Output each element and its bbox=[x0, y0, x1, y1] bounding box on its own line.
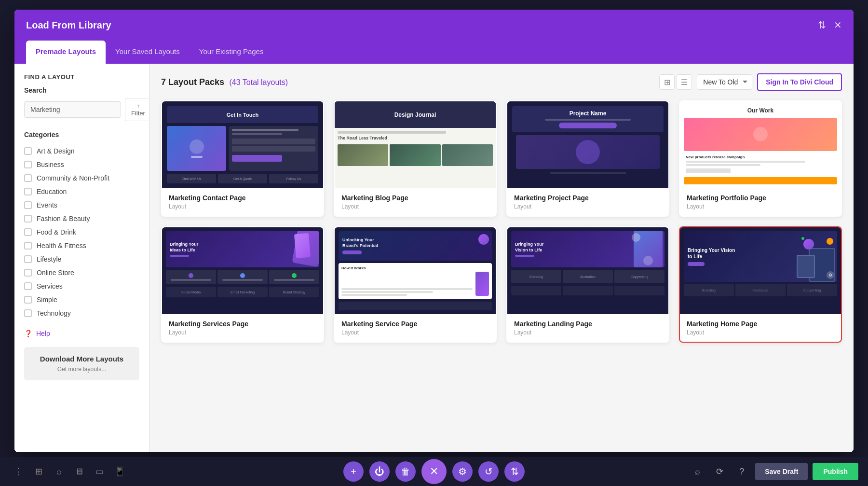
tab-premade[interactable]: Premade Layouts bbox=[26, 41, 106, 64]
search-toolbar-icon-btn[interactable]: ⌕ bbox=[50, 463, 68, 480]
search-input[interactable] bbox=[24, 101, 121, 118]
category-checkbox-services bbox=[24, 282, 32, 290]
category-lifestyle[interactable]: Lifestyle bbox=[24, 252, 139, 266]
card-portfolio[interactable]: Our Work New products release campaign bbox=[679, 100, 842, 217]
list-view-btn[interactable]: ☰ bbox=[677, 74, 692, 90]
settings-btn[interactable]: ⚙ bbox=[452, 461, 473, 482]
card-type-portfolio: Layout bbox=[687, 203, 834, 210]
layouts-grid: Get In Touch bbox=[161, 100, 842, 343]
modal-body: Find A Layout Search + Filter Categories… bbox=[14, 64, 854, 452]
tab-existing[interactable]: Your Existing Pages bbox=[190, 41, 273, 64]
category-simple[interactable]: Simple bbox=[24, 293, 139, 306]
category-food[interactable]: Food & Drink bbox=[24, 225, 139, 239]
category-online-store[interactable]: Online Store bbox=[24, 266, 139, 279]
card-type-service: Layout bbox=[341, 329, 489, 336]
modal-title: Load From Library bbox=[26, 20, 111, 31]
card-info-blog: Marketing Blog Page Layout bbox=[335, 188, 496, 216]
save-draft-button[interactable]: Save Draft bbox=[755, 463, 808, 480]
card-preview-contact: Get In Touch bbox=[162, 101, 323, 188]
card-name-project: Marketing Project Page bbox=[514, 194, 662, 202]
card-info-portfolio: Marketing Portfolio Page Layout bbox=[680, 188, 841, 216]
sidebar: Find A Layout Search + Filter Categories… bbox=[14, 64, 149, 452]
card-blog[interactable]: Design Journal The Road Less Traveled bbox=[334, 100, 497, 217]
category-checkbox-fashion bbox=[24, 215, 32, 222]
layout-packs-count: 7 Layout Packs bbox=[161, 77, 224, 87]
category-label-events: Events bbox=[37, 201, 57, 209]
modal-options-btn[interactable]: ⇅ bbox=[818, 19, 826, 31]
card-service[interactable]: Unlocking YourBrand's Potential How It W… bbox=[334, 226, 497, 343]
resize-btn[interactable]: ⇅ bbox=[504, 461, 525, 482]
tab-saved[interactable]: Your Saved Layouts bbox=[106, 41, 190, 64]
grid-icon-btn[interactable]: ⊞ bbox=[30, 463, 47, 480]
category-label-art: Art & Design bbox=[37, 147, 75, 155]
help-icon: ❓ bbox=[24, 330, 32, 337]
grid-view-btn[interactable]: ⊞ bbox=[659, 74, 675, 90]
card-name-service: Marketing Service Page bbox=[341, 320, 489, 328]
add-btn[interactable]: + bbox=[343, 461, 364, 482]
card-info-home: Marketing Home Page Layout bbox=[680, 314, 841, 342]
category-checkbox-business bbox=[24, 161, 32, 168]
category-checkbox-education bbox=[24, 188, 32, 195]
card-preview-landing: Bringing YourVision to Life B bbox=[507, 227, 668, 314]
close-x-btn[interactable]: ✕ bbox=[421, 459, 447, 484]
tablet-icon-btn[interactable]: ▭ bbox=[91, 463, 108, 480]
card-info-landing: Marketing Landing Page Layout bbox=[507, 314, 668, 342]
content-controls: ⊞ ☰ New To Old Old To New A to Z Z to A … bbox=[659, 73, 842, 91]
category-checkbox-food bbox=[24, 228, 32, 236]
card-type-services: Layout bbox=[169, 329, 316, 336]
search-icon-btn[interactable]: ⌕ bbox=[689, 463, 706, 480]
mobile-icon-btn[interactable]: 📱 bbox=[111, 463, 128, 480]
help-icon-btn[interactable]: ? bbox=[733, 463, 750, 480]
card-type-home: Layout bbox=[687, 329, 834, 336]
category-technology[interactable]: Technology bbox=[24, 306, 139, 320]
modal-tabs: Premade Layouts Your Saved Layouts Your … bbox=[14, 41, 854, 64]
card-name-contact: Marketing Contact Page bbox=[169, 194, 316, 202]
category-checkbox-events bbox=[24, 201, 32, 209]
layout-count: 7 Layout Packs (43 Total layouts) bbox=[161, 77, 288, 87]
category-education[interactable]: Education bbox=[24, 185, 139, 198]
category-checkbox-technology bbox=[24, 309, 32, 317]
history-btn[interactable]: ↺ bbox=[478, 461, 499, 482]
card-name-services: Marketing Services Page bbox=[169, 320, 316, 328]
category-label-food: Food & Drink bbox=[37, 228, 76, 236]
card-name-blog: Marketing Blog Page bbox=[341, 194, 489, 202]
menu-icon-btn[interactable]: ⋮ bbox=[10, 463, 27, 480]
category-services[interactable]: Services bbox=[24, 279, 139, 293]
card-project[interactable]: Project Name Marketing Project Page bbox=[506, 100, 669, 217]
publish-button[interactable]: Publish bbox=[813, 463, 858, 480]
sync-icon-btn[interactable]: ⟳ bbox=[711, 463, 728, 480]
card-type-project: Layout bbox=[514, 203, 662, 210]
category-fashion[interactable]: Fashion & Beauty bbox=[24, 212, 139, 225]
card-info-services: Marketing Services Page Layout bbox=[162, 314, 323, 342]
category-community[interactable]: Community & Non-Profit bbox=[24, 171, 139, 185]
card-info-project: Marketing Project Page Layout bbox=[507, 188, 668, 216]
category-business[interactable]: Business bbox=[24, 158, 139, 171]
modal-close-btn[interactable]: ✕ bbox=[834, 19, 842, 31]
download-sub: Get more layouts... bbox=[32, 366, 132, 373]
sort-select[interactable]: New To Old Old To New A to Z Z to A bbox=[697, 74, 752, 90]
toolbar-left-icons: ⋮ ⊞ ⌕ 🖥 ▭ 📱 bbox=[10, 463, 128, 480]
category-checkbox-art bbox=[24, 147, 32, 155]
power-btn[interactable]: ⏻ bbox=[369, 461, 390, 482]
category-health[interactable]: Health & Fitness bbox=[24, 239, 139, 252]
card-home[interactable]: Bringing Your Visionto Life ⚙ bbox=[679, 226, 842, 343]
card-landing[interactable]: Bringing YourVision to Life B bbox=[506, 226, 669, 343]
help-link[interactable]: ❓ Help bbox=[24, 330, 139, 337]
category-label-lifestyle: Lifestyle bbox=[37, 255, 61, 263]
card-services[interactable]: Bringing YourIdeas to Life bbox=[161, 226, 324, 343]
category-label-technology: Technology bbox=[37, 309, 71, 317]
category-art-design[interactable]: Art & Design bbox=[24, 144, 139, 158]
card-name-landing: Marketing Landing Page bbox=[514, 320, 662, 328]
category-label-online-store: Online Store bbox=[37, 269, 74, 277]
cloud-sign-in-button[interactable]: Sign In To Divi Cloud bbox=[757, 73, 842, 91]
filter-button[interactable]: + Filter bbox=[125, 98, 149, 121]
trash-btn[interactable]: 🗑 bbox=[395, 461, 416, 482]
category-checkbox-health bbox=[24, 242, 32, 250]
desktop-icon-btn[interactable]: 🖥 bbox=[70, 463, 88, 480]
category-events[interactable]: Events bbox=[24, 198, 139, 212]
card-preview-services: Bringing YourIdeas to Life bbox=[162, 227, 323, 314]
main-content: 7 Layout Packs (43 Total layouts) ⊞ ☰ Ne… bbox=[149, 64, 854, 452]
card-type-blog: Layout bbox=[341, 203, 489, 210]
content-header: 7 Layout Packs (43 Total layouts) ⊞ ☰ Ne… bbox=[161, 73, 842, 91]
card-contact[interactable]: Get In Touch bbox=[161, 100, 324, 217]
